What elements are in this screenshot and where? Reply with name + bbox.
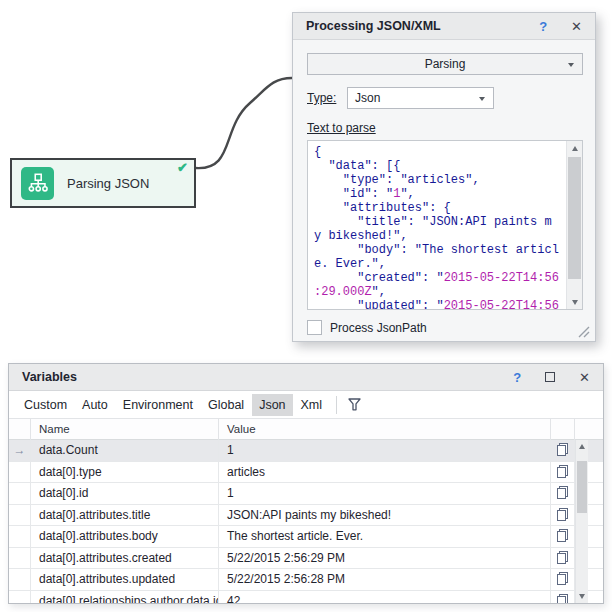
copy-button[interactable]	[551, 505, 575, 526]
arrow-up-icon	[579, 444, 585, 449]
copy-icon	[555, 593, 570, 605]
variable-row[interactable]: data[0].attributes.body The shortest art…	[9, 526, 603, 548]
help-button[interactable]: ?	[539, 20, 547, 33]
row-gutter	[9, 548, 31, 569]
value-column-header[interactable]: Value	[219, 419, 551, 440]
chevron-down-icon	[568, 63, 574, 67]
variable-value-cell: 5/22/2015 2:56:28 PM	[219, 569, 551, 590]
tab-global[interactable]: Global	[201, 394, 251, 416]
copy-button[interactable]	[551, 526, 575, 547]
copy-icon	[555, 528, 570, 543]
processing-panel-title: Processing JSON/XML	[306, 19, 515, 33]
variable-row[interactable]: data[0].relationships.author.data.id 42	[9, 591, 603, 605]
scroll-up-button[interactable]	[576, 440, 588, 453]
variable-row[interactable]: data[0].type articles	[9, 462, 603, 484]
copy-icon	[555, 507, 570, 522]
variable-value-cell: articles	[219, 462, 551, 483]
filter-icon[interactable]	[346, 396, 363, 413]
variable-value-cell: 42	[219, 591, 551, 605]
variables-table-body: → data.Count 1 data[0].type articles dat…	[9, 440, 603, 604]
type-dropdown[interactable]: Json	[347, 87, 494, 109]
variable-value-cell: The shortest article. Ever.	[219, 526, 551, 547]
copy-column-header	[551, 419, 575, 440]
scrollbar-thumb[interactable]	[568, 157, 581, 279]
row-gutter	[9, 526, 31, 547]
row-gutter: →	[9, 440, 31, 461]
process-jsonpath-label: Process JsonPath	[330, 321, 427, 335]
success-checkmark-icon: ✔	[177, 160, 188, 175]
variable-row[interactable]: data[0].id 1	[9, 483, 603, 505]
tab-xml[interactable]: Xml	[294, 394, 330, 416]
variable-value-cell: 5/22/2015 2:56:29 PM	[219, 548, 551, 569]
text-to-parse-label: Text to parse	[307, 121, 376, 135]
json-code: { "data": [{ "type": "articles", "id": "…	[314, 145, 564, 310]
tab-custom[interactable]: Custom	[17, 394, 74, 416]
gutter-column-header	[9, 419, 31, 440]
variables-scrollbar[interactable]	[575, 440, 588, 604]
action-dropdown[interactable]: Parsing	[307, 53, 583, 75]
arrow-up-icon	[572, 146, 578, 151]
variables-table-header: Name Value	[9, 418, 603, 440]
variables-tabs: CustomAutoEnvironmentGlobalJsonXml	[9, 391, 603, 418]
tab-environment[interactable]: Environment	[116, 394, 200, 416]
arrow-down-icon	[579, 594, 585, 599]
maximize-icon	[545, 372, 555, 382]
copy-icon	[555, 550, 570, 565]
row-gutter	[9, 591, 31, 605]
textarea-scrollbar[interactable]	[566, 141, 582, 309]
copy-icon	[555, 442, 570, 457]
type-dropdown-value: Json	[355, 91, 380, 105]
variable-row[interactable]: data[0].attributes.updated 5/22/2015 2:5…	[9, 569, 603, 591]
variable-name-cell: data[0].attributes.title	[31, 505, 219, 526]
scroll-down-button[interactable]	[576, 590, 588, 603]
variable-value-cell: 1	[219, 483, 551, 504]
row-gutter	[9, 569, 31, 590]
variable-name-cell: data[0].attributes.created	[31, 548, 219, 569]
variable-name-cell: data[0].relationships.author.data.id	[31, 591, 219, 605]
variable-row[interactable]: → data.Count 1	[9, 440, 603, 462]
variable-value-cell: 1	[219, 440, 551, 461]
variable-name-cell: data[0].attributes.body	[31, 526, 219, 547]
scroll-up-button[interactable]	[567, 141, 582, 155]
variables-panel-title: Variables	[22, 370, 489, 384]
copy-icon	[555, 571, 570, 586]
action-dropdown-value: Parsing	[425, 57, 466, 71]
resize-grip[interactable]	[577, 325, 590, 338]
row-gutter	[9, 483, 31, 504]
type-label: Type:	[307, 91, 336, 105]
copy-button[interactable]	[551, 548, 575, 569]
text-to-parse-textarea[interactable]: { "data": [{ "type": "articles", "id": "…	[307, 140, 583, 310]
variable-row[interactable]: data[0].attributes.created 5/22/2015 2:5…	[9, 548, 603, 570]
variable-name-cell: data[0].type	[31, 462, 219, 483]
tab-separator	[336, 396, 337, 414]
arrow-down-icon	[572, 300, 578, 305]
variables-panel-titlebar: Variables ? ✕	[9, 364, 603, 391]
chevron-down-icon	[479, 97, 485, 101]
name-column-header[interactable]: Name	[31, 419, 219, 440]
processing-json-xml-panel: Processing JSON/XML ? ✕ Parsing Type: Js…	[292, 12, 596, 342]
tab-auto[interactable]: Auto	[75, 394, 115, 416]
variable-row[interactable]: data[0].attributes.title JSON:API paints…	[9, 505, 603, 527]
close-button[interactable]: ✕	[571, 20, 582, 33]
copy-button[interactable]	[551, 591, 575, 605]
processing-panel-titlebar: Processing JSON/XML ? ✕	[293, 13, 595, 40]
tab-json[interactable]: Json	[252, 394, 292, 416]
variable-name-cell: data.Count	[31, 440, 219, 461]
close-button[interactable]: ✕	[579, 371, 590, 384]
scrollbar-thumb[interactable]	[577, 461, 587, 513]
copy-button[interactable]	[551, 569, 575, 590]
variable-name-cell: data[0].attributes.updated	[31, 569, 219, 590]
row-gutter	[9, 462, 31, 483]
scroll-down-button[interactable]	[567, 295, 582, 309]
help-button[interactable]: ?	[513, 371, 521, 384]
maximize-button[interactable]	[545, 371, 555, 384]
variables-panel: Variables ? ✕ CustomAutoEnvironmentGloba…	[8, 363, 604, 604]
workflow-node-parsing-json[interactable]: Parsing JSON ✔	[10, 158, 196, 208]
copy-button[interactable]	[551, 440, 575, 461]
copy-button[interactable]	[551, 462, 575, 483]
process-jsonpath-checkbox[interactable]	[307, 320, 322, 335]
copy-icon	[555, 485, 570, 500]
copy-button[interactable]	[551, 483, 575, 504]
hierarchy-icon	[21, 167, 54, 200]
variable-value-cell: JSON:API paints my bikeshed!	[219, 505, 551, 526]
